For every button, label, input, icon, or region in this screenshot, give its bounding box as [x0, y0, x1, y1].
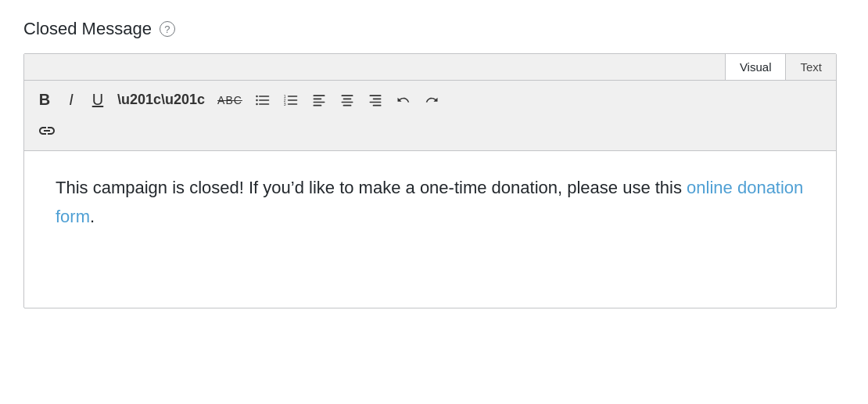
bold-button[interactable]: B [32, 87, 57, 113]
svg-point-4 [256, 103, 258, 105]
section-header: Closed Message ? [23, 19, 845, 39]
svg-rect-14 [313, 101, 325, 103]
editor-text: This campaign is closed! If you’d like t… [56, 173, 805, 232]
redo-icon [424, 92, 439, 108]
unordered-list-icon [255, 92, 271, 108]
svg-rect-13 [313, 98, 321, 99]
text-after-link: . [90, 207, 95, 226]
svg-rect-12 [313, 95, 325, 96]
svg-rect-5 [259, 103, 269, 105]
underline-button[interactable]: U [85, 87, 110, 113]
svg-rect-16 [341, 95, 353, 96]
text-before-link: This campaign is closed! If you’d like t… [56, 178, 687, 197]
editor-wrapper: Visual Text B I U \u201c\u201c ABC [23, 53, 837, 308]
svg-rect-20 [369, 95, 381, 96]
editor-content[interactable]: This campaign is closed! If you’d like t… [24, 151, 836, 308]
unordered-list-button[interactable] [249, 88, 276, 113]
align-left-button[interactable] [306, 88, 332, 113]
section-title: Closed Message [23, 19, 152, 39]
link-icon [38, 121, 56, 140]
ordered-list-icon: 1 2 3 [283, 92, 299, 108]
svg-rect-15 [313, 104, 321, 106]
mode-tabs: Visual Text [24, 54, 836, 81]
svg-rect-17 [343, 98, 351, 99]
help-icon[interactable]: ? [160, 21, 175, 37]
align-left-icon [311, 92, 327, 108]
align-right-icon [368, 92, 383, 108]
svg-rect-11 [288, 103, 298, 105]
strikethrough-button[interactable]: ABC [212, 88, 248, 113]
svg-rect-22 [369, 101, 381, 103]
blockquote-button[interactable]: \u201c\u201c [112, 88, 210, 113]
svg-rect-7 [288, 96, 298, 97]
tab-visual[interactable]: Visual [725, 54, 786, 80]
svg-rect-3 [259, 99, 269, 101]
tab-text[interactable]: Text [785, 54, 836, 80]
svg-rect-19 [343, 104, 351, 106]
svg-rect-1 [259, 96, 269, 97]
redo-button[interactable] [418, 88, 445, 113]
svg-text:3: 3 [284, 101, 286, 106]
toolbar-row-2 [32, 117, 828, 144]
svg-point-0 [256, 95, 258, 97]
undo-button[interactable] [390, 88, 417, 113]
align-center-icon [339, 92, 355, 108]
svg-rect-9 [288, 99, 298, 101]
svg-point-2 [256, 99, 258, 101]
align-right-button[interactable] [362, 88, 389, 113]
align-center-button[interactable] [334, 88, 360, 113]
svg-rect-21 [373, 98, 382, 99]
svg-rect-23 [373, 104, 382, 106]
link-button[interactable] [32, 117, 62, 144]
undo-icon [396, 92, 411, 108]
svg-rect-18 [341, 101, 353, 103]
toolbar: B I U \u201c\u201c ABC [24, 81, 836, 151]
italic-button[interactable]: I [59, 87, 84, 113]
toolbar-row-1: B I U \u201c\u201c ABC [32, 87, 828, 113]
ordered-list-button[interactable]: 1 2 3 [278, 88, 304, 113]
